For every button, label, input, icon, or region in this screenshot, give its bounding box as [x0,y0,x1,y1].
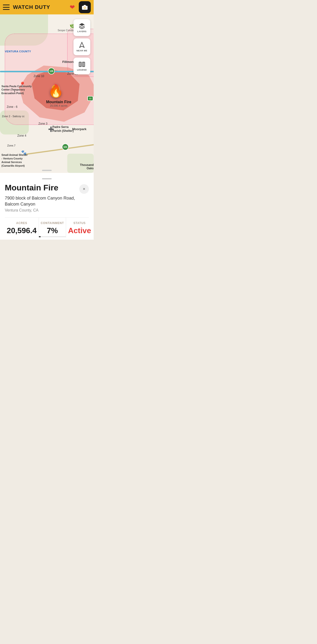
map-controls: LAYERS NEAR ME LEGEND [74,19,90,74]
animal-shelter-pin: 🐾 [21,150,26,155]
svg-rect-3 [84,5,86,6]
status-label: STATUS [68,222,91,225]
containment-value: 7% [41,227,64,234]
layers-button[interactable]: LAYERS [74,19,90,36]
highway-11-badge: 11 [88,96,93,101]
map-drag-handle [42,170,52,171]
near-me-label: NEAR ME [76,50,87,52]
fire-pin: 🔥 [50,80,62,97]
fire-info-panel: Mountain Fire × 7900 block of Balcom Can… [0,173,94,240]
legend-label: LEGEND [77,69,87,71]
near-me-icon [78,42,85,48]
app-title: WATCH DUTY [13,4,70,10]
green-area [67,154,94,173]
app-header: WATCH DUTY ❤ [0,0,94,14]
acres-stat: ACRES 20,596.4 [5,218,39,237]
containment-stat: CONTAINMENT 7% [39,218,66,237]
close-icon: × [83,186,86,192]
stats-row: ACRES 20,596.4 CONTAINMENT 7% STATUS Act… [5,217,89,237]
fire-county: Ventura County, CA [5,208,89,212]
layers-label: LAYERS [77,30,87,33]
fire-marker[interactable]: 🔥 [48,79,64,98]
status-value: Active [68,227,91,234]
map-area[interactable]: 126 101 11 🔥 Mountain Fire 20,596.4 acre… [0,14,94,173]
legend-button[interactable]: LEGEND [74,58,90,74]
fire-address: 7900 block of Balcom Canyon Road, Balcom… [5,195,89,207]
heart-icon[interactable]: ❤ [70,4,75,11]
containment-bar-background [39,236,66,237]
containment-bar-fill [39,236,41,237]
shelter-pin: ➕ [48,126,54,132]
camera-icon [82,4,88,10]
fire-title: Mountain Fire [5,183,58,192]
highway-126-badge: 126 [48,68,55,74]
near-me-button[interactable]: NEAR ME [74,38,90,55]
highway-101-badge: 101 [62,144,69,150]
panel-header: Mountain Fire × [5,183,89,194]
svg-point-2 [84,7,86,8]
panel-drag-handle [42,178,52,179]
close-button[interactable]: × [79,184,89,194]
layers-icon [78,22,85,29]
legend-icon [78,61,85,68]
menu-button[interactable] [3,4,10,10]
acres-label: ACRES [7,222,37,225]
community-center-pin: 📍 [19,82,26,88]
containment-label: CONTAINMENT [41,222,64,225]
camera-button[interactable] [79,1,91,13]
acres-value: 20,596.4 [7,227,37,234]
status-stat: STATUS Active [66,218,93,237]
